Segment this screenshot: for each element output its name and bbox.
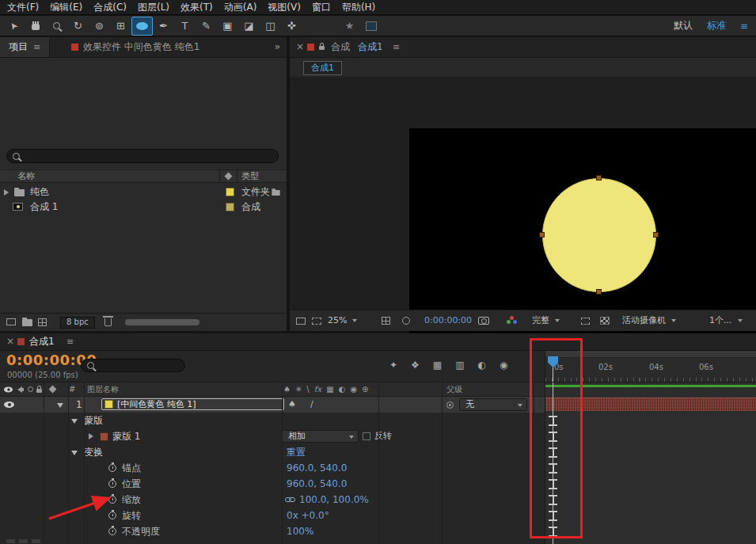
mask-vertex-bottom[interactable] — [596, 289, 602, 295]
property-label[interactable]: 锚点 — [122, 460, 141, 476]
group-expand-icon[interactable] — [71, 451, 78, 455]
shy-icon[interactable]: ♠ — [283, 382, 291, 396]
tab-project[interactable]: 项目 ≡ — [0, 37, 50, 57]
transform-reset-link[interactable]: 重置 — [287, 444, 306, 460]
menu-file[interactable]: 文件(F) — [2, 0, 44, 15]
timeline-track-area[interactable] — [545, 382, 756, 544]
grid-guides-icon[interactable] — [382, 317, 390, 325]
property-label[interactable]: 不透明度 — [122, 523, 160, 539]
mask-invert-checkbox[interactable] — [363, 432, 370, 440]
mask1-row[interactable]: 蒙版 1 相加 反转 — [0, 428, 545, 444]
hand-tool[interactable] — [25, 17, 46, 36]
layer-color-chip[interactable] — [104, 400, 113, 409]
composition-viewer[interactable] — [290, 77, 756, 310]
type-tool[interactable]: T — [174, 17, 196, 36]
tab-effect-controls[interactable]: 效果控件 中间色黄色 纯色1 — [63, 37, 207, 57]
layer-duration-bar[interactable] — [545, 398, 756, 411]
zoom-tool[interactable] — [46, 17, 67, 36]
interpret-footage-icon[interactable] — [6, 318, 16, 325]
stopwatch-icon[interactable] — [108, 480, 116, 488]
transform-group-label[interactable]: 变换 — [84, 444, 103, 460]
column-divider[interactable] — [219, 170, 220, 182]
resolution-dropdown[interactable]: 完整 — [532, 310, 560, 331]
column-type[interactable]: 类型 — [241, 170, 259, 182]
mask-expand-icon[interactable] — [89, 433, 93, 439]
menu-help[interactable]: 帮助(H) — [336, 0, 381, 15]
trash-icon[interactable] — [104, 318, 112, 326]
panel-menu-icon[interactable]: ≡ — [393, 37, 400, 57]
project-bit-depth[interactable]: 8 bpc — [60, 317, 95, 329]
menu-window[interactable]: 窗口 — [306, 0, 336, 15]
group-expand-icon[interactable] — [71, 419, 78, 424]
stopwatch-icon[interactable] — [108, 464, 116, 472]
pen-tool[interactable]: ✒ — [153, 17, 174, 36]
workspace-standard[interactable]: 标准 — [707, 19, 726, 32]
region-of-interest-icon[interactable] — [581, 318, 590, 325]
panel-menu-icon[interactable]: ≡ — [66, 333, 74, 350]
clone-stamp-tool[interactable]: ▣ — [217, 17, 238, 36]
column-divider[interactable] — [237, 170, 237, 182]
adjustment-layer-icon[interactable]: ◉ — [350, 382, 357, 396]
label-color-chip[interactable] — [226, 203, 234, 211]
parent-pickwhip-icon[interactable] — [446, 401, 454, 409]
eraser-tool[interactable]: ◪ — [238, 17, 260, 36]
close-icon[interactable]: × — [296, 37, 304, 57]
close-icon[interactable]: × — [6, 333, 14, 350]
frame-blend-icon[interactable]: ▥ — [455, 359, 464, 371]
timeline-bottom-toggle[interactable] — [6, 539, 15, 543]
menu-animation[interactable]: 动画(A) — [218, 0, 263, 15]
column-layer-name[interactable]: 图层名称 — [87, 382, 119, 396]
tab-timeline-comp1[interactable]: 合成1 — [29, 333, 55, 350]
3d-layer-icon[interactable]: ⊕ — [362, 382, 368, 396]
property-label[interactable]: 旋转 — [122, 508, 141, 523]
new-folder-icon[interactable] — [22, 319, 32, 326]
quality-icon[interactable]: \ — [306, 382, 309, 396]
time-ruler[interactable]: 0s 02s 04s 06s — [545, 351, 756, 382]
workspace-star-icon[interactable]: ★ — [339, 17, 360, 36]
column-number[interactable]: # — [69, 382, 75, 396]
mask-vertex-right[interactable] — [653, 232, 659, 238]
horizontal-scrollbar[interactable] — [125, 319, 199, 325]
property-label[interactable]: 缩放 — [122, 492, 141, 508]
constrain-proportions-icon[interactable] — [285, 497, 296, 503]
mask-vertex-left[interactable] — [539, 232, 545, 238]
stopwatch-icon[interactable] — [108, 512, 116, 519]
tab-composition-label[interactable]: 合成 — [331, 37, 350, 57]
tab-overflow-icon[interactable]: » — [275, 37, 280, 57]
property-label[interactable]: 位置 — [122, 476, 141, 492]
column-name[interactable]: 名称 — [17, 170, 35, 182]
project-item-comp1[interactable]: 合成 1 合成 — [0, 200, 287, 215]
brush-tool[interactable]: ✎ — [196, 17, 217, 36]
mask-vertex-top[interactable] — [596, 175, 602, 181]
layer-quality-toggle[interactable]: / — [310, 397, 313, 413]
property-value[interactable]: 0x +0.0° — [287, 508, 329, 523]
puppet-pin-tool[interactable]: ✜ — [281, 17, 302, 36]
menu-effect[interactable]: 效果(T) — [175, 0, 218, 15]
rotate-tool[interactable]: ↻ — [67, 17, 89, 36]
motion-blur-column-icon[interactable]: ◐ — [339, 382, 346, 396]
panel-menu-icon[interactable]: ≡ — [33, 42, 40, 52]
layer-row[interactable]: 1 [中间色黄色 纯色 1] ♠ / 无 — [0, 397, 545, 413]
masks-group-row[interactable]: 蒙版 — [0, 413, 545, 428]
timeline-bottom-toggle[interactable] — [19, 539, 28, 543]
layer-shy-toggle[interactable]: ♠ — [288, 397, 296, 413]
project-search-input[interactable] — [6, 149, 279, 163]
timeline-search-input[interactable] — [81, 359, 185, 372]
timeline-bottom-toggle[interactable] — [32, 539, 40, 543]
property-value[interactable]: 100% — [287, 523, 313, 539]
layer-name[interactable]: [中间色黄色 纯色 1] — [117, 400, 196, 409]
ellipse-tool[interactable] — [131, 17, 153, 36]
yellow-ellipse-layer[interactable] — [542, 178, 656, 292]
snapshot-icon[interactable] — [478, 317, 489, 325]
property-value[interactable]: 960.0, 540.0 — [287, 476, 347, 492]
stopwatch-icon[interactable] — [108, 527, 116, 535]
masks-group-label[interactable]: 蒙版 — [84, 413, 103, 428]
parent-dropdown[interactable]: 无 — [459, 398, 527, 411]
graph-editor-icon[interactable]: ◉ — [500, 359, 507, 371]
unified-camera-tool[interactable]: ⊚ — [89, 17, 110, 36]
draft-3d-icon[interactable]: ❖ — [411, 359, 420, 371]
fx-icon[interactable]: fx — [314, 382, 321, 396]
mask-mode-dropdown[interactable]: 相加 — [282, 430, 359, 443]
workspace-menu-icon[interactable]: ≡ — [740, 21, 748, 32]
menu-view[interactable]: 视图(V) — [262, 0, 306, 15]
